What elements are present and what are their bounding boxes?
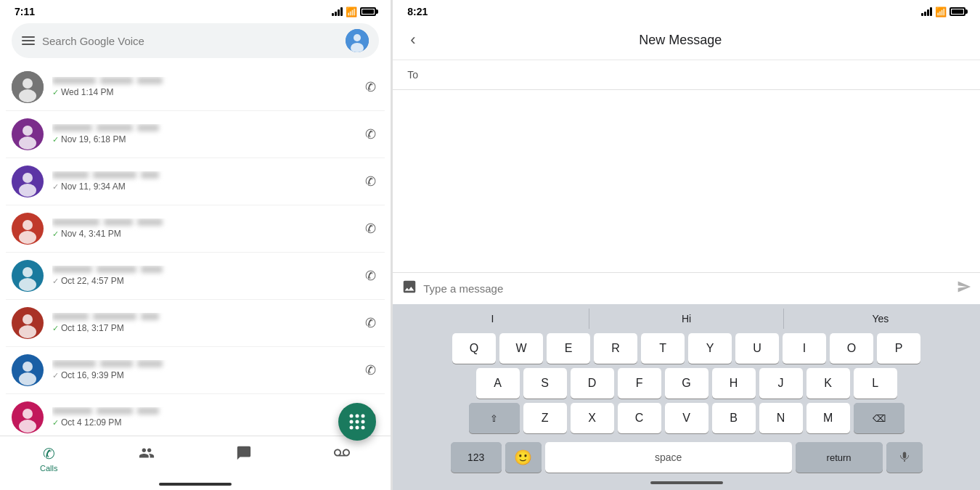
check-icon: ✓: [52, 324, 59, 333]
key-r[interactable]: R: [594, 333, 637, 364]
list-item[interactable]: ✓ Wed 1:14 PM ✆: [6, 64, 385, 111]
check-icon: ✓: [52, 88, 59, 97]
key-p[interactable]: P: [877, 333, 920, 364]
key-l[interactable]: L: [854, 368, 897, 399]
contact-avatar: [12, 71, 44, 103]
key-u[interactable]: U: [735, 333, 779, 364]
svg-point-25: [23, 409, 33, 419]
svg-point-4: [23, 78, 33, 89]
svg-point-22: [23, 362, 33, 372]
shift-key[interactable]: ⇧: [469, 403, 520, 433]
to-input[interactable]: [424, 69, 965, 81]
list-item[interactable]: ✓ Oct 18, 3:17 PM ✆: [6, 300, 385, 347]
key-c[interactable]: C: [618, 403, 661, 433]
search-bar[interactable]: Search Google Voice: [12, 23, 379, 58]
page-title: New Message: [430, 33, 931, 48]
phone-button[interactable]: ✆: [362, 265, 379, 287]
phone-button[interactable]: ✆: [362, 312, 379, 334]
phone-button[interactable]: ✆: [362, 76, 379, 98]
contact-time: ✓ Nov 11, 9:34 AM: [52, 181, 354, 192]
list-item[interactable]: ✓ Oct 16, 9:39 PM ✆: [6, 347, 385, 394]
phone-button[interactable]: ✆: [362, 218, 379, 240]
key-o[interactable]: O: [830, 333, 873, 364]
phone-button[interactable]: ✆: [362, 359, 379, 381]
keyboard-row-2: A S D F G H J K L: [396, 368, 977, 399]
mic-key[interactable]: [886, 442, 923, 473]
key-w[interactable]: W: [499, 333, 543, 364]
list-item[interactable]: ✓ Nov 19, 6:18 PM ✆: [6, 111, 385, 158]
key-m[interactable]: M: [807, 403, 850, 433]
voicemail-icon: [334, 445, 350, 465]
key-t[interactable]: T: [641, 333, 685, 364]
contact-info: ✓ Oct 16, 9:39 PM: [52, 360, 354, 380]
list-item[interactable]: ✓ Nov 4, 3:41 PM ✆: [6, 205, 385, 253]
back-button[interactable]: ‹: [404, 28, 421, 52]
contact-time: ✓ Nov 19, 6:18 PM: [52, 134, 354, 144]
avatar[interactable]: [346, 29, 369, 52]
suggestion-yes[interactable]: Yes: [784, 309, 977, 329]
emoji-key[interactable]: 🙂: [505, 442, 542, 473]
contact-info: ✓ Oct 18, 3:17 PM: [52, 313, 354, 333]
nav-contacts[interactable]: [98, 442, 196, 475]
bottom-nav: ✆ Calls: [0, 436, 391, 478]
message-input[interactable]: [423, 282, 951, 295]
left-time: 7:11: [15, 6, 35, 17]
key-i[interactable]: I: [783, 333, 826, 364]
key-a[interactable]: A: [476, 368, 520, 399]
key-z[interactable]: Z: [523, 403, 567, 433]
svg-point-35: [362, 420, 365, 424]
to-field[interactable]: To: [393, 60, 980, 90]
contact-avatar: [12, 166, 44, 197]
messages-icon: [236, 445, 252, 465]
svg-point-32: [362, 415, 365, 418]
svg-point-10: [23, 173, 33, 183]
key-b[interactable]: B: [712, 403, 756, 433]
key-x[interactable]: X: [571, 403, 614, 433]
key-s[interactable]: S: [523, 368, 567, 399]
key-k[interactable]: K: [807, 368, 850, 399]
phone-button[interactable]: ✆: [362, 171, 379, 192]
contact-time: ✓ Oct 16, 9:39 PM: [52, 370, 354, 380]
key-d[interactable]: D: [571, 368, 614, 399]
space-key[interactable]: space: [545, 442, 792, 473]
key-j[interactable]: J: [759, 368, 803, 399]
svg-point-26: [19, 420, 36, 433]
right-time: 8:21: [407, 6, 428, 17]
svg-point-30: [350, 415, 354, 418]
send-button[interactable]: [957, 279, 971, 298]
list-item[interactable]: ✓ Oct 4 12:09 PM ✆: [6, 394, 385, 436]
svg-point-34: [356, 420, 359, 424]
nav-calls[interactable]: ✆ Calls: [0, 442, 98, 475]
hamburger-icon[interactable]: [22, 36, 35, 45]
key-q[interactable]: Q: [452, 333, 496, 364]
battery-icon: [360, 7, 376, 16]
key-e[interactable]: E: [547, 333, 590, 364]
suggestion-hi[interactable]: Hi: [589, 309, 783, 329]
svg-point-23: [19, 372, 36, 385]
return-key[interactable]: return: [796, 442, 883, 473]
nav-voicemail[interactable]: [293, 442, 391, 475]
contact-avatar: [12, 401, 44, 433]
suggestion-i[interactable]: I: [396, 309, 589, 329]
message-header: ‹ New Message: [393, 20, 980, 60]
nav-messages[interactable]: [195, 442, 293, 475]
key-f[interactable]: F: [618, 368, 661, 399]
search-input[interactable]: Search Google Voice: [42, 35, 338, 47]
left-status-bar: 7:11 📶: [0, 0, 391, 20]
list-item[interactable]: ✓ Nov 11, 9:34 AM ✆: [6, 158, 385, 205]
phone-button[interactable]: ✆: [362, 123, 379, 145]
key-y[interactable]: Y: [688, 333, 732, 364]
key-n[interactable]: N: [759, 403, 803, 433]
contact-avatar: [12, 354, 44, 386]
key-g[interactable]: G: [665, 368, 709, 399]
dialpad-fab[interactable]: [338, 403, 376, 441]
check-icon: ✓: [52, 182, 59, 192]
check-icon: ✓: [52, 277, 59, 286]
numbers-key[interactable]: 123: [451, 442, 502, 473]
key-h[interactable]: H: [712, 368, 756, 399]
image-attach-icon[interactable]: [401, 279, 417, 298]
backspace-key[interactable]: ⌫: [854, 403, 905, 433]
key-v[interactable]: V: [665, 403, 709, 433]
svg-point-19: [23, 314, 33, 324]
list-item[interactable]: ✓ Oct 22, 4:57 PM ✆: [6, 253, 385, 300]
